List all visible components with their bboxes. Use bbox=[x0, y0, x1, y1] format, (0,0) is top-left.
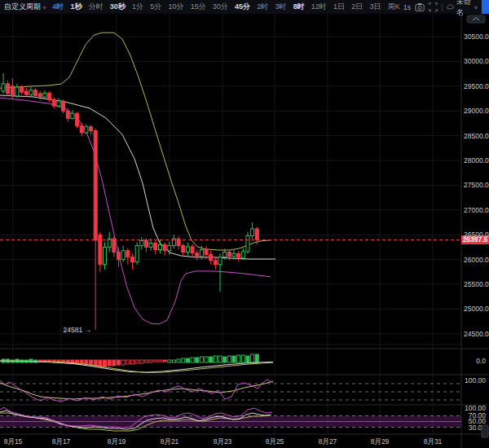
candle-up bbox=[85, 127, 88, 133]
candle-down bbox=[126, 251, 130, 257]
candle-up bbox=[241, 252, 244, 257]
camera-icon[interactable] bbox=[415, 2, 425, 12]
boll-lower-band-line bbox=[0, 98, 271, 324]
osc-magenta-line bbox=[0, 380, 273, 402]
period-button-周K[interactable]: 周K bbox=[385, 2, 403, 11]
macd-histogram-bar bbox=[121, 360, 125, 365]
price-axis-label: 27500.0 bbox=[464, 181, 489, 189]
date-axis-label: 8月27 bbox=[319, 437, 337, 446]
macd-histogram-bar bbox=[112, 360, 116, 366]
boll-upper-band-line bbox=[0, 33, 271, 250]
chart-area[interactable]: 24581 →26397.530500.030000.029500.029000… bbox=[0, 14, 489, 448]
candle-down bbox=[94, 131, 97, 240]
chart-toolbar: 自定义周期 ∨ 4时1秒分时30秒1分5分10分15分30分45分2时3时8时1… bbox=[0, 0, 489, 15]
date-axis-label: 8月15 bbox=[4, 437, 23, 446]
candle-down bbox=[191, 247, 194, 253]
candle-up bbox=[29, 90, 33, 95]
period-button-5分[interactable]: 5分 bbox=[147, 2, 165, 11]
price-axis-label: 25000.0 bbox=[464, 305, 489, 313]
panel-resize-handle[interactable] bbox=[482, 425, 488, 437]
period-button-分时[interactable]: 分时 bbox=[86, 2, 107, 11]
macd-histogram-bar bbox=[196, 358, 199, 362]
period-button-1分[interactable]: 1分 bbox=[129, 2, 147, 11]
fullscreen-icon[interactable] bbox=[429, 2, 438, 12]
date-axis-label: 8月31 bbox=[424, 437, 443, 446]
price-axis-label: 29000.0 bbox=[464, 107, 489, 115]
macd-histogram-bar bbox=[158, 360, 161, 362]
macd-histogram-bar bbox=[168, 360, 171, 362]
candle-down bbox=[182, 246, 185, 253]
period-button-3日[interactable]: 3日 bbox=[366, 2, 384, 11]
interval-label: 1s bbox=[403, 3, 412, 11]
custom-period-dropdown[interactable]: 自定义周期 ∨ bbox=[0, 2, 49, 12]
macd-histogram-bar bbox=[223, 357, 227, 362]
macd-histogram-bar bbox=[163, 360, 166, 362]
candle-down bbox=[117, 253, 121, 260]
macd-histogram-bar bbox=[140, 360, 143, 363]
candle-down bbox=[80, 125, 83, 133]
macd-histogram-bar bbox=[227, 356, 231, 362]
candle-down bbox=[20, 87, 24, 92]
period-button-3时[interactable]: 3时 bbox=[271, 2, 289, 11]
period-button-1秒[interactable]: 1秒 bbox=[67, 2, 85, 11]
period-button-10分[interactable]: 10分 bbox=[165, 2, 187, 11]
custom-period-label: 自定义周期 bbox=[4, 2, 41, 12]
macd-histogram-bar bbox=[218, 356, 222, 362]
macd-histogram-bar bbox=[214, 356, 217, 362]
macd-histogram-bar bbox=[99, 360, 102, 367]
price-axis-label: 27000.0 bbox=[464, 206, 489, 214]
candle-up bbox=[200, 249, 203, 257]
price-axis-label: 28000.0 bbox=[464, 156, 489, 165]
date-axis-label: 8月25 bbox=[266, 437, 284, 446]
macd-histogram-bar bbox=[251, 354, 254, 362]
macd-histogram-bar bbox=[200, 357, 203, 362]
period-button-15分[interactable]: 15分 bbox=[187, 2, 209, 11]
macd-histogram-bar bbox=[191, 358, 194, 362]
candle-down bbox=[66, 111, 69, 118]
candle-down bbox=[48, 93, 51, 99]
toolbar-divider bbox=[442, 3, 443, 11]
date-axis-label: 8月17 bbox=[52, 437, 71, 446]
cloud-icon bbox=[447, 2, 454, 11]
macd-histogram-bar bbox=[154, 360, 157, 362]
candle-up bbox=[168, 246, 171, 251]
candle-down bbox=[11, 86, 14, 96]
chart-collapse-tab[interactable] bbox=[467, 15, 485, 23]
candle-up bbox=[71, 113, 74, 118]
price-axis-label: 24500.0 bbox=[464, 330, 489, 338]
candle-down bbox=[205, 249, 208, 254]
macd-histogram-bar bbox=[255, 354, 258, 362]
period-button-12时[interactable]: 12时 bbox=[308, 2, 330, 11]
period-button-30分[interactable]: 30分 bbox=[209, 2, 231, 11]
price-axis-label: 25500.0 bbox=[464, 280, 489, 288]
macd-histogram-bar bbox=[90, 360, 93, 365]
candle-down bbox=[163, 244, 166, 250]
candle-down bbox=[62, 101, 65, 111]
macd-histogram-bar bbox=[177, 359, 180, 362]
macd-histogram-bar bbox=[241, 355, 244, 362]
candle-up bbox=[57, 101, 60, 106]
period-button-30秒[interactable]: 30秒 bbox=[107, 2, 129, 11]
candle-down bbox=[52, 99, 55, 106]
period-button-8时[interactable]: 8时 bbox=[290, 2, 308, 11]
candle-up bbox=[223, 253, 227, 257]
candle-down bbox=[144, 241, 148, 248]
osc-level-label: 100.00 bbox=[465, 376, 486, 384]
period-button-2时[interactable]: 2时 bbox=[253, 2, 271, 11]
price-axis-label: 26500.0 bbox=[464, 231, 489, 239]
candle-up bbox=[251, 229, 254, 236]
period-button-45分[interactable]: 45分 bbox=[231, 2, 253, 11]
date-axis-label: 8月23 bbox=[214, 437, 232, 446]
candle-up bbox=[232, 253, 236, 257]
period-button-2日[interactable]: 2日 bbox=[348, 2, 366, 11]
candle-up bbox=[2, 84, 5, 91]
macd-histogram-bar bbox=[186, 358, 189, 362]
period-button-4时[interactable]: 4时 bbox=[49, 2, 67, 11]
trading-chart-app: 自定义周期 ∨ 4时1秒分时30秒1分5分10分15分30分45分2时3时8时1… bbox=[0, 0, 489, 448]
macd-histogram-bar bbox=[149, 360, 152, 362]
period-button-1日[interactable]: 1日 bbox=[330, 2, 348, 11]
price-axis-label: 29500.0 bbox=[464, 82, 489, 90]
candlestick-chart[interactable]: 24581 →26397.530500.030000.029500.029000… bbox=[0, 14, 489, 448]
candle-up bbox=[140, 241, 143, 246]
place-order-button[interactable]: 下单 bbox=[482, 0, 489, 14]
